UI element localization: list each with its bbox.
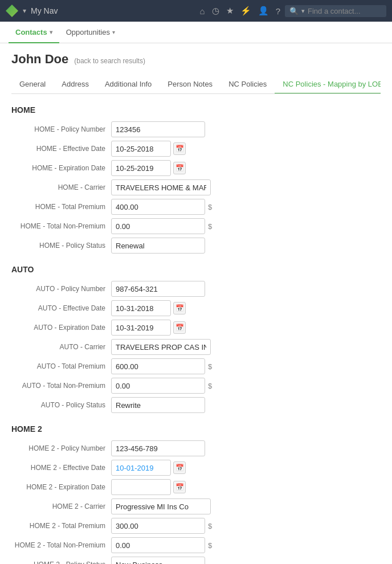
nav-title: My Nav [31, 6, 195, 15]
home2-policy-status-row: HOME 2 - Policy Status [11, 557, 381, 564]
nav-contacts[interactable]: Contacts ▾ [9, 22, 59, 43]
auto-total-premium-row: AUTO - Total Premium $ [11, 358, 381, 374]
home2-total-premium-input[interactable] [111, 518, 205, 534]
auto-expiration-date-wrapper: 📅 [111, 320, 186, 336]
nav-opportunities[interactable]: Opportunities ▾ [59, 22, 122, 43]
calendar-icon: 📅 [175, 145, 184, 153]
home2-effective-date-calendar-icon[interactable]: 📅 [173, 461, 186, 474]
global-search[interactable]: 🔍 ▾ [285, 5, 386, 17]
home2-total-non-premium-label: HOME 2 - Total Non-Premium [11, 541, 111, 549]
auto-total-premium-label: AUTO - Total Premium [11, 362, 111, 370]
page-content: John Doe (back to search results) Genera… [0, 43, 392, 564]
home-expiration-date-calendar-icon[interactable]: 📅 [173, 162, 186, 174]
home2-total-premium-row: HOME 2 - Total Premium $ [11, 518, 381, 534]
home-total-non-premium-input[interactable] [111, 218, 205, 234]
home2-policy-status-input[interactable] [111, 557, 205, 564]
back-to-search[interactable]: (back to search results) [74, 57, 145, 65]
user-icon[interactable]: 👤 [258, 6, 269, 16]
home2-total-non-premium-currency: $ [208, 541, 212, 550]
home2-carrier-input[interactable] [111, 498, 211, 514]
auto-policy-status-input[interactable] [111, 397, 205, 413]
home-effective-date-calendar-icon[interactable]: 📅 [173, 142, 186, 155]
home-total-premium-input[interactable] [111, 199, 205, 215]
home-total-premium-label: HOME - Total Premium [11, 203, 111, 211]
home2-effective-date-label: HOME 2 - Effective Date [11, 464, 111, 472]
home-expiration-date-input[interactable] [111, 160, 171, 176]
home2-carrier-row: HOME 2 - Carrier [11, 498, 381, 514]
home2-effective-date-wrapper: 📅 [111, 460, 186, 476]
home2-expiration-date-calendar-icon[interactable]: 📅 [173, 481, 186, 493]
auto-effective-date-row: AUTO - Effective Date 📅 [11, 300, 381, 316]
auto-expiration-date-row: AUTO - Expiration Date 📅 [11, 320, 381, 336]
app-logo [6, 5, 18, 17]
home-policy-number-input[interactable] [111, 121, 205, 137]
home-expiration-date-row: HOME - Expiration Date 📅 [11, 160, 381, 176]
home2-effective-date-input[interactable] [111, 460, 171, 476]
home-section: HOME HOME - Policy Number HOME - Effecti… [11, 105, 381, 254]
tab-additional-info[interactable]: Additional Info [97, 75, 160, 94]
tab-nc-policies[interactable]: NC Policies [220, 75, 275, 94]
contacts-chevron: ▾ [50, 29, 52, 35]
search-icon: 🔍 [289, 7, 299, 15]
auto-effective-date-wrapper: 📅 [111, 300, 186, 316]
star-icon[interactable]: ★ [226, 6, 234, 16]
home2-policy-number-label: HOME 2 - Policy Number [11, 444, 111, 452]
tab-address[interactable]: Address [54, 75, 97, 94]
home-total-non-premium-currency: $ [208, 222, 212, 231]
auto-total-non-premium-row: AUTO - Total Non-Premium $ [11, 378, 381, 394]
auto-policy-status-row: AUTO - Policy Status [11, 397, 381, 413]
question-icon[interactable]: ? [276, 6, 280, 16]
calendar-icon: 📅 [175, 464, 184, 472]
tab-person-notes[interactable]: Person Notes [160, 75, 220, 94]
home2-section: HOME 2 HOME 2 - Policy Number HOME 2 - E… [11, 424, 381, 564]
home2-expiration-date-wrapper: 📅 [111, 479, 186, 495]
home-total-non-premium-row: HOME - Total Non-Premium $ [11, 218, 381, 234]
auto-total-non-premium-input[interactable] [111, 378, 205, 394]
home2-policy-number-row: HOME 2 - Policy Number [11, 440, 381, 456]
auto-carrier-input[interactable] [111, 339, 211, 355]
auto-section: AUTO AUTO - Policy Number AUTO - Effecti… [11, 265, 381, 413]
auto-carrier-row: AUTO - Carrier [11, 339, 381, 355]
person-name: John Doe [11, 52, 68, 67]
home-icon[interactable]: ⌂ [200, 6, 205, 16]
auto-total-premium-currency: $ [208, 362, 212, 371]
clock-icon[interactable]: ◷ [212, 6, 219, 16]
home-carrier-input[interactable] [111, 179, 211, 195]
auto-policy-number-label: AUTO - Policy Number [11, 285, 111, 293]
home2-total-premium-currency: $ [208, 522, 212, 530]
home-policy-status-row: HOME - Policy Status [11, 238, 381, 254]
auto-total-non-premium-label: AUTO - Total Non-Premium [11, 382, 111, 390]
auto-total-non-premium-currency: $ [208, 382, 212, 390]
auto-policy-number-input[interactable] [111, 281, 205, 297]
auto-total-premium-input[interactable] [111, 358, 205, 374]
home-policy-status-input[interactable] [111, 238, 205, 254]
auto-effective-date-input[interactable] [111, 300, 171, 316]
search-dropdown-arrow[interactable]: ▾ [301, 7, 305, 15]
opportunities-chevron: ▾ [112, 29, 115, 35]
home2-section-title: HOME 2 [11, 424, 381, 434]
home-carrier-row: HOME - Carrier [11, 179, 381, 195]
calendar-icon: 📅 [175, 164, 184, 172]
home-effective-date-input[interactable] [111, 141, 171, 157]
calendar-icon: 📅 [175, 304, 184, 312]
auto-expiration-date-calendar-icon[interactable]: 📅 [173, 321, 186, 334]
home2-expiration-date-label: HOME 2 - Expiration Date [11, 483, 111, 491]
home2-policy-number-input[interactable] [111, 440, 205, 456]
auto-expiration-date-input[interactable] [111, 320, 171, 336]
search-input[interactable] [308, 7, 382, 15]
auto-effective-date-label: AUTO - Effective Date [11, 304, 111, 312]
nav-dropdown-arrow[interactable]: ▾ [23, 7, 26, 15]
tab-nc-policies-mapping[interactable]: NC Policies - Mapping by LOB [275, 75, 381, 94]
home2-expiration-date-input[interactable] [111, 479, 171, 495]
home-total-non-premium-label: HOME - Total Non-Premium [11, 222, 111, 230]
auto-policy-number-row: AUTO - Policy Number [11, 281, 381, 297]
auto-effective-date-calendar-icon[interactable]: 📅 [173, 302, 186, 314]
tab-general[interactable]: General [11, 75, 54, 94]
home2-total-premium-label: HOME 2 - Total Premium [11, 522, 111, 530]
auto-section-title: AUTO [11, 265, 381, 274]
bolt-icon[interactable]: ⚡ [240, 6, 251, 16]
calendar-icon: 📅 [175, 483, 184, 491]
home2-total-non-premium-row: HOME 2 - Total Non-Premium $ [11, 537, 381, 553]
home2-total-non-premium-input[interactable] [111, 537, 205, 553]
top-navigation: ▾ My Nav ⌂ ◷ ★ ⚡ 👤 ? 🔍 ▾ [0, 0, 392, 22]
